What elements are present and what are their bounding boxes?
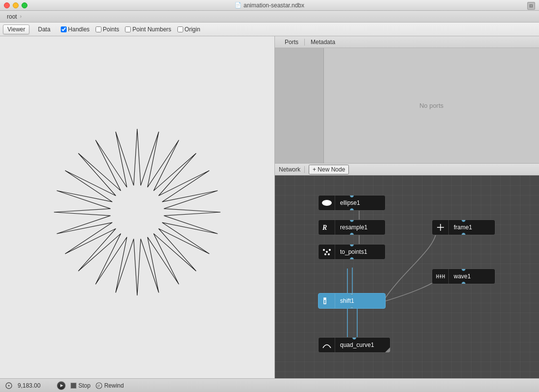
shift1-icon — [318, 293, 335, 309]
wave1-icon — [432, 269, 449, 284]
shift1-node[interactable]: shift1 — [318, 293, 386, 309]
view-options: Handles Points Point Numbers Origin — [61, 26, 200, 33]
ports-tab[interactable]: Ports — [279, 38, 304, 47]
resample1-connector-bottom — [350, 233, 354, 235]
new-node-button[interactable]: + New Node — [309, 165, 349, 174]
ports-meta-panel: Ports Metadata ⊟ No ports — [275, 36, 539, 164]
right-panel: Ports Metadata ⊟ No ports Network + New … — [274, 36, 539, 378]
resample1-node[interactable]: R resample1 — [318, 220, 386, 235]
file-icon: 📄 — [235, 2, 242, 8]
points-checkbox-label[interactable]: Points — [96, 26, 119, 33]
svg-text:↺: ↺ — [97, 384, 100, 388]
points-checkbox[interactable] — [96, 26, 101, 32]
ports-panel-body: No ports — [275, 48, 539, 163]
wave1-connector-bottom — [462, 282, 466, 284]
window-controls — [4, 2, 27, 8]
shift1-connector-top — [350, 293, 354, 295]
quad-curve1-icon — [318, 337, 335, 353]
origin-label: Origin — [185, 26, 200, 33]
ports-right-area: No ports — [324, 48, 539, 163]
main-content: Ports Metadata ⊟ No ports Network + New … — [0, 36, 539, 378]
ports-panel-header: Ports Metadata ⊟ — [275, 36, 539, 48]
ellipse1-label: ellipse1 — [335, 199, 365, 206]
points-label: Points — [103, 26, 119, 33]
minimize-button[interactable] — [13, 2, 19, 8]
resample1-icon: R — [318, 220, 335, 235]
data-tab[interactable]: Data — [33, 24, 54, 34]
quad-curve1-node[interactable]: quad_curve1 — [318, 337, 391, 353]
viewer-panel — [0, 36, 274, 378]
origin-checkbox[interactable] — [177, 26, 183, 32]
viewer-tab[interactable]: Viewer — [3, 24, 29, 34]
point-numbers-checkbox[interactable] — [125, 26, 131, 32]
to-points1-icon — [318, 244, 335, 260]
network-header: Network + New Node — [275, 164, 539, 175]
metadata-tab[interactable]: Metadata — [305, 38, 341, 47]
origin-checkbox-label[interactable]: Origin — [177, 26, 200, 33]
stop-label: Stop — [78, 382, 91, 389]
handles-checkbox[interactable] — [61, 26, 67, 32]
bottom-bar: 9,183.00 ▶ Stop ↺ Rewind — [0, 378, 539, 392]
resample1-connector-top — [350, 220, 354, 222]
quad-curve1-label: quad_curve1 — [335, 342, 379, 348]
ports-left-area — [275, 48, 324, 163]
breadcrumb-root[interactable]: root — [4, 12, 20, 21]
play-icon: ▶ — [60, 383, 63, 388]
window-title: 📄 animation-seastar.ndbx — [235, 2, 304, 9]
svg-rect-9 — [324, 298, 326, 300]
connections-layer — [275, 175, 539, 378]
maximize-button[interactable] — [22, 2, 27, 8]
frame-icon — [5, 382, 13, 390]
svg-point-6 — [324, 253, 326, 255]
point-numbers-label: Point Numbers — [132, 26, 171, 33]
to-points1-connector-top — [350, 244, 354, 246]
titlebar: 📄 animation-seastar.ndbx — [0, 0, 539, 11]
ellipse1-node[interactable]: ellipse1 — [318, 195, 386, 211]
svg-point-4 — [326, 251, 328, 253]
frame1-icon — [432, 220, 449, 235]
point-numbers-checkbox-label[interactable]: Point Numbers — [125, 26, 171, 33]
frame1-node[interactable]: frame1 — [432, 220, 495, 235]
ellipse1-connector-bottom — [350, 208, 354, 211]
no-ports-text: No ports — [419, 102, 443, 109]
svg-point-7 — [328, 253, 330, 255]
quad-curve1-connector-top — [352, 337, 356, 340]
quad-curve1-corner — [385, 347, 390, 352]
handles-label: Handles — [68, 26, 90, 33]
handles-checkbox-label[interactable]: Handles — [61, 26, 90, 33]
svg-point-5 — [329, 249, 331, 251]
frame1-connector-top — [462, 220, 466, 222]
to-points1-label: to_points1 — [335, 248, 372, 255]
svg-point-21 — [8, 385, 10, 386]
network-canvas[interactable]: ellipse1 R resample1 — [275, 175, 539, 378]
to-points1-connector-bottom — [350, 257, 354, 260]
title-text: animation-seastar.ndbx — [244, 2, 304, 9]
ellipse1-connector-top — [350, 195, 354, 197]
breadcrumb-arrow: › — [20, 14, 22, 19]
stop-button-wrap[interactable]: Stop — [71, 382, 91, 389]
play-button[interactable]: ▶ — [57, 381, 66, 390]
rewind-label: Rewind — [104, 382, 124, 389]
wave1-node[interactable]: wave1 — [432, 269, 495, 284]
network-label: Network — [279, 166, 300, 173]
frame1-connector-bottom — [462, 233, 466, 235]
frame-value: 9,183.00 — [18, 382, 52, 389]
rewind-button-wrap[interactable]: ↺ Rewind — [96, 382, 124, 389]
toolbar: Viewer Data Handles Points Point Numbers… — [0, 23, 539, 36]
frame1-label: frame1 — [449, 224, 477, 231]
ellipse1-icon — [318, 195, 335, 211]
resample1-label: resample1 — [335, 224, 372, 231]
svg-text:R: R — [322, 224, 327, 231]
close-button[interactable] — [4, 2, 10, 8]
shift1-connector-bottom — [350, 306, 354, 309]
rewind-icon: ↺ — [96, 382, 102, 389]
shift1-label: shift1 — [335, 297, 359, 304]
network-divider — [304, 166, 305, 173]
seastar-svg — [39, 109, 235, 315]
svg-point-3 — [323, 249, 325, 251]
to-points1-node[interactable]: to_points1 — [318, 244, 386, 260]
wave1-label: wave1 — [449, 273, 476, 280]
breadcrumb: root › — [0, 11, 539, 23]
wave1-connector-top — [462, 269, 466, 271]
stop-icon — [71, 383, 76, 389]
